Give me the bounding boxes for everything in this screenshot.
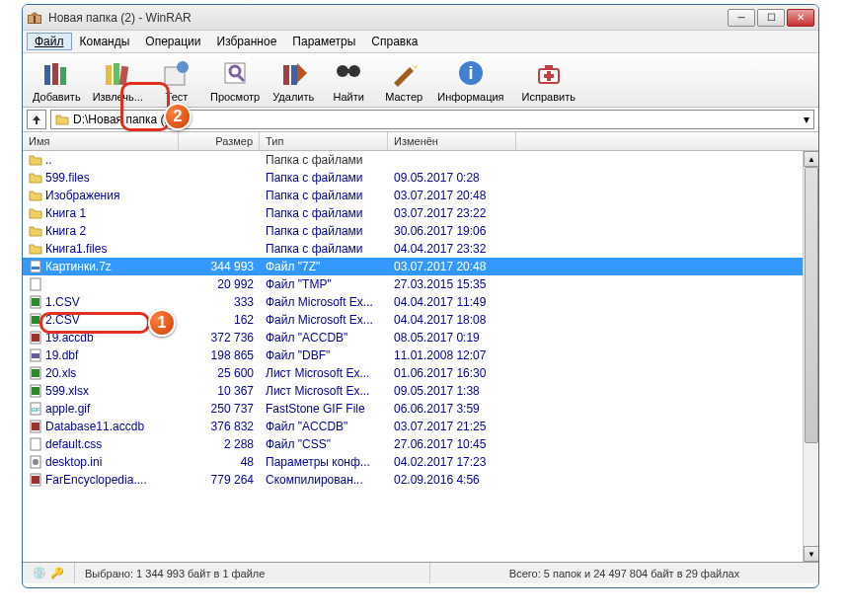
chevron-down-icon[interactable]: ▾	[804, 113, 809, 126]
file-name: Книга 1	[45, 206, 86, 220]
find-button[interactable]: Найти	[321, 55, 376, 105]
scrollbar[interactable]: ▲ ▼	[803, 151, 818, 562]
file-type: Скомпилирован...	[260, 473, 388, 487]
file-type: Файл Microsoft Ex...	[260, 313, 388, 327]
table-row[interactable]: 599.xlsx10 367Лист Microsoft Ex...09.05.…	[23, 382, 818, 400]
svg-rect-30	[32, 298, 39, 306]
menu-commands[interactable]: Команды	[72, 33, 138, 50]
maximize-button[interactable]: ☐	[757, 9, 785, 27]
winrar-icon	[27, 10, 42, 26]
svg-text:GIF: GIF	[32, 407, 39, 413]
close-button[interactable]: ✕	[787, 9, 814, 27]
table-row[interactable]: 599.filesПапка с файлами09.05.2017 0:28	[23, 169, 818, 187]
extract-button[interactable]: Извлечь...	[87, 55, 149, 105]
col-size[interactable]: Размер	[179, 132, 260, 150]
file-type: Папка с файлами	[260, 189, 388, 202]
file-modified: 09.05.2017 1:38	[388, 384, 516, 398]
svg-rect-36	[32, 353, 39, 358]
table-row[interactable]: Книга 1Папка с файлами03.07.2017 23:22	[23, 204, 818, 222]
file-icon	[29, 171, 42, 185]
file-name: 599.xlsx	[45, 384, 89, 398]
view-icon	[219, 57, 251, 89]
file-type: Файл "ACCDB"	[260, 420, 388, 433]
file-type: Лист Microsoft Ex...	[260, 366, 388, 380]
delete-button[interactable]: Удалить	[266, 55, 321, 105]
col-name[interactable]: Имя	[23, 132, 179, 150]
svg-rect-4	[52, 63, 58, 85]
file-icon	[29, 331, 42, 345]
file-list[interactable]: ..Папка с файлами599.filesПапка с файлам…	[23, 151, 818, 562]
file-modified: 03.07.2017 20:48	[388, 189, 516, 202]
table-row[interactable]: desktop.ini48Параметры конф...04.02.2017…	[23, 453, 818, 471]
table-row[interactable]: FarEncyclopedia....779 264Скомпилирован.…	[23, 471, 818, 489]
table-row[interactable]: 19.dbf198 865Файл "DBF"11.01.2008 12:07	[23, 346, 818, 364]
file-size: 25 600	[179, 366, 260, 380]
menu-file[interactable]: Файл	[27, 33, 72, 50]
svg-rect-7	[114, 63, 119, 85]
table-row[interactable]: Книга1.filesПапка с файлами04.04.2017 23…	[23, 240, 818, 258]
file-type: Файл "7Z"	[260, 260, 388, 273]
table-row[interactable]: 1.CSV333Файл Microsoft Ex...04.04.2017 1…	[23, 293, 818, 311]
add-button[interactable]: Добавить	[27, 55, 87, 105]
table-row[interactable]: ИзображенияПапка с файлами03.07.2017 20:…	[23, 187, 818, 204]
table-row[interactable]: 20.xls25 600Лист Microsoft Ex...01.06.20…	[23, 364, 818, 382]
table-row[interactable]: 2.CSV162Файл Microsoft Ex...04.04.2017 1…	[23, 311, 818, 329]
file-name: Книга 2	[45, 224, 86, 238]
status-icons: 💿 🔑	[23, 563, 75, 583]
table-row[interactable]: ..Папка с файлами	[23, 151, 818, 169]
file-name: default.css	[45, 437, 102, 451]
status-selected: Выбрано: 1 344 993 байт в 1 файле	[75, 563, 430, 583]
file-name: Database11.accdb	[45, 420, 144, 433]
file-size: 372 736	[179, 331, 260, 345]
col-modified[interactable]: Изменён	[388, 132, 516, 150]
file-modified: 06.06.2017 3:59	[388, 402, 516, 416]
table-row[interactable]: default.css2 288Файл "CSS"27.06.2017 10:…	[23, 435, 818, 453]
books-add-icon	[40, 57, 72, 89]
table-row[interactable]: 19.accdb372 736Файл "ACCDB"08.05.2017 0:…	[23, 329, 818, 346]
file-icon	[29, 473, 42, 487]
menu-options[interactable]: Параметры	[284, 33, 363, 50]
file-size: 250 737	[179, 402, 260, 416]
svg-rect-2	[34, 16, 36, 23]
table-row[interactable]: 20 992Файл "TMP"27.03.2015 15:35	[23, 275, 818, 293]
folder-icon	[55, 113, 69, 126]
view-button[interactable]: Просмотр	[204, 55, 266, 105]
up-button[interactable]	[27, 110, 46, 129]
window-title: Новая папка (2) - WinRAR	[48, 11, 728, 25]
table-row[interactable]: GIFapple.gif250 737FastStone GIF File06.…	[23, 400, 818, 418]
scroll-thumb[interactable]	[805, 167, 818, 443]
file-icon	[29, 455, 42, 469]
svg-marker-19	[412, 63, 418, 69]
col-type[interactable]: Тип	[260, 132, 388, 150]
file-size: 344 993	[179, 260, 260, 273]
file-name: ..	[45, 153, 52, 167]
file-icon	[29, 153, 42, 167]
table-row[interactable]: Database11.accdb376 832Файл "ACCDB"03.07…	[23, 418, 818, 435]
file-modified: 04.04.2017 23:32	[388, 242, 516, 256]
menubar: Файл Команды Операции Избранное Параметр…	[23, 31, 818, 53]
menu-help[interactable]: Справка	[363, 33, 425, 50]
path-field[interactable]: D:\Новая папка (2) ▾	[50, 110, 814, 129]
svg-text:i: i	[468, 63, 473, 83]
menu-operations[interactable]: Операции	[137, 33, 208, 50]
file-size: 10 367	[179, 384, 260, 398]
wizard-button[interactable]: Мастер	[376, 55, 431, 105]
repair-icon	[533, 57, 565, 89]
scroll-down-button[interactable]: ▼	[804, 546, 818, 562]
menu-favorites[interactable]: Избранное	[209, 33, 285, 50]
file-modified: 03.07.2017 23:22	[388, 206, 516, 220]
svg-rect-28	[31, 278, 40, 290]
file-size: 198 865	[179, 348, 260, 362]
file-type: FastStone GIF File	[260, 402, 388, 416]
file-name: 19.dbf	[45, 348, 78, 362]
repair-button[interactable]: Исправить	[516, 55, 581, 105]
info-button[interactable]: i Информация	[431, 55, 509, 105]
table-row[interactable]: Картинки.7z344 993Файл "7Z"03.07.2017 20…	[23, 258, 818, 275]
titlebar[interactable]: Новая папка (2) - WinRAR ─ ☐ ✕	[23, 5, 818, 31]
test-button[interactable]: Тест	[149, 55, 204, 105]
file-type: Папка с файлами	[260, 242, 388, 256]
scroll-up-button[interactable]: ▲	[804, 151, 818, 167]
svg-rect-6	[106, 65, 112, 85]
table-row[interactable]: Книга 2Папка с файлами30.06.2017 19:06	[23, 222, 818, 240]
minimize-button[interactable]: ─	[728, 9, 755, 27]
